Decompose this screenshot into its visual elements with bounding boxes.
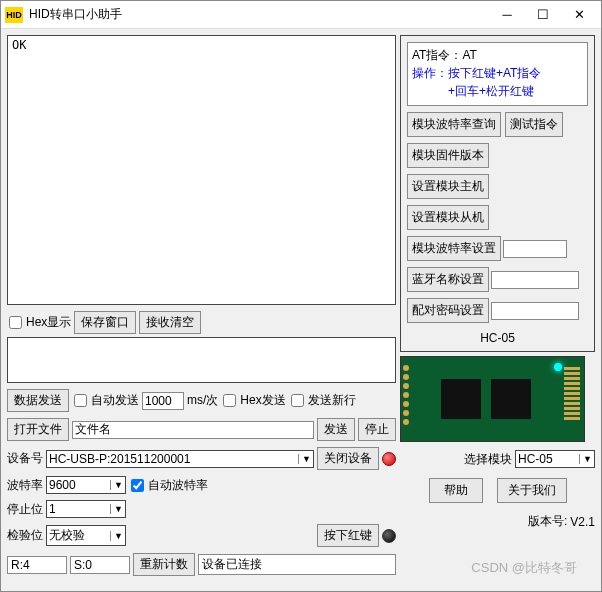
maximize-button[interactable]: ☐ <box>525 3 561 27</box>
device-label: 设备号 <box>7 450 43 467</box>
chevron-down-icon: ▼ <box>579 454 592 464</box>
data-send-button[interactable]: 数据发送 <box>7 389 69 412</box>
stopbit-label: 停止位 <box>7 501 43 518</box>
op-label: 操作： <box>412 66 448 80</box>
auto-send-label: 自动发送 <box>91 392 139 409</box>
send-newline-checkbox[interactable]: 发送新行 <box>289 392 356 409</box>
tx-count: S:0 <box>70 556 130 574</box>
test-cmd-button[interactable]: 测试指令 <box>505 112 563 137</box>
version-label: 版本号: <box>528 513 567 530</box>
query-baud-button[interactable]: 模块波特率查询 <box>407 112 501 137</box>
chevron-down-icon: ▼ <box>110 504 123 514</box>
rx-count: R:4 <box>7 556 67 574</box>
help-button[interactable]: 帮助 <box>429 478 483 503</box>
press-red-button[interactable]: 按下红键 <box>317 524 379 547</box>
clear-receive-button[interactable]: 接收清空 <box>139 311 201 334</box>
parity-dropdown[interactable]: 无校验 ▼ <box>46 525 126 546</box>
send-file-button[interactable]: 发送 <box>317 418 355 441</box>
chevron-down-icon: ▼ <box>110 480 123 490</box>
device-value: HC-USB-P:201511200001 <box>49 452 190 466</box>
baud-value: 9600 <box>49 478 76 492</box>
at-cmd-label: AT指令： <box>412 48 462 62</box>
firmware-button[interactable]: 模块固件版本 <box>407 143 489 168</box>
set-slave-button[interactable]: 设置模块从机 <box>407 205 489 230</box>
interval-unit-label: ms/次 <box>187 392 218 409</box>
auto-send-checkbox[interactable]: 自动发送 <box>72 392 139 409</box>
titlebar: HID HID转串口小助手 ─ ☐ ✕ <box>1 1 601 29</box>
select-module-dropdown[interactable]: HC-05 ▼ <box>515 450 595 468</box>
filename-input[interactable] <box>72 421 314 439</box>
reset-count-button[interactable]: 重新计数 <box>133 553 195 576</box>
red-key-led-icon <box>382 529 396 543</box>
pair-pwd-input[interactable] <box>491 302 579 320</box>
module-pcb-image <box>400 356 585 442</box>
interval-input[interactable] <box>142 392 184 410</box>
chevron-down-icon: ▼ <box>110 531 123 541</box>
send-textarea[interactable] <box>7 337 396 383</box>
baud-dropdown[interactable]: 9600 ▼ <box>46 476 126 494</box>
bt-name-button[interactable]: 蓝牙名称设置 <box>407 267 489 292</box>
close-button[interactable]: ✕ <box>561 3 597 27</box>
baud-set-input[interactable] <box>503 240 567 258</box>
parity-value: 无校验 <box>49 527 85 544</box>
parity-label: 检验位 <box>7 527 43 544</box>
stopbit-value: 1 <box>49 502 56 516</box>
close-device-button[interactable]: 关闭设备 <box>317 447 379 470</box>
select-module-label: 选择模块 <box>464 451 512 468</box>
auto-baud-checkbox[interactable]: 自动波特率 <box>129 477 208 494</box>
device-dropdown[interactable]: HC-USB-P:201511200001 ▼ <box>46 450 314 468</box>
hex-display-checkbox[interactable]: Hex显示 <box>7 314 71 331</box>
minimize-button[interactable]: ─ <box>489 3 525 27</box>
device-led-icon <box>382 452 396 466</box>
app-icon: HID <box>5 7 23 23</box>
baud-label: 波特率 <box>7 477 43 494</box>
stopbit-dropdown[interactable]: 1 ▼ <box>46 500 126 518</box>
at-cmd-value: AT <box>462 48 476 62</box>
receive-textarea[interactable]: OK <box>7 35 396 305</box>
pair-pwd-button[interactable]: 配对密码设置 <box>407 298 489 323</box>
send-newline-label: 发送新行 <box>308 392 356 409</box>
set-baud-button[interactable]: 模块波特率设置 <box>407 236 501 261</box>
save-window-button[interactable]: 保存窗口 <box>74 311 136 334</box>
hex-send-label: Hex发送 <box>240 392 285 409</box>
open-file-button[interactable]: 打开文件 <box>7 418 69 441</box>
hex-send-checkbox[interactable]: Hex发送 <box>221 392 285 409</box>
hex-display-label: Hex显示 <box>26 314 71 331</box>
module-name: HC-05 <box>407 331 588 345</box>
select-module-value: HC-05 <box>518 452 553 466</box>
chevron-down-icon: ▼ <box>298 454 311 464</box>
connection-status: 设备已连接 <box>198 554 396 575</box>
op-text-1: 按下红键+AT指令 <box>448 66 541 80</box>
set-master-button[interactable]: 设置模块主机 <box>407 174 489 199</box>
auto-baud-label: 自动波特率 <box>148 477 208 494</box>
op-text-2: +回车+松开红键 <box>448 84 534 98</box>
stop-button[interactable]: 停止 <box>358 418 396 441</box>
bt-name-input[interactable] <box>491 271 579 289</box>
app-window: HID HID转串口小助手 ─ ☐ ✕ OK Hex显示 保存窗口 接收清空 数… <box>0 0 602 592</box>
window-title: HID转串口小助手 <box>29 6 489 23</box>
about-button[interactable]: 关于我们 <box>497 478 567 503</box>
at-command-panel: AT指令：AT 操作：按下红键+AT指令 +回车+松开红键 模块波特率查询 测试… <box>400 35 595 352</box>
at-info-box: AT指令：AT 操作：按下红键+AT指令 +回车+松开红键 <box>407 42 588 106</box>
version-value: V2.1 <box>570 515 595 529</box>
